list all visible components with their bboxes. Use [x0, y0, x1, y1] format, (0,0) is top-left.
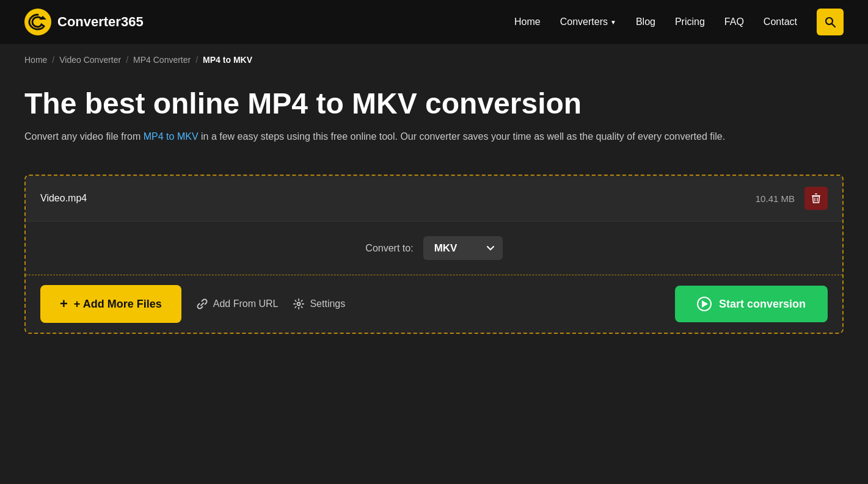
file-name: Video.mp4	[40, 193, 87, 204]
logo[interactable]: Converter365	[24, 9, 144, 35]
converters-dropdown-icon: ▼	[610, 19, 616, 26]
logo-text: Converter365	[57, 14, 144, 30]
gear-icon	[293, 298, 305, 310]
breadcrumb-sep-2: /	[126, 55, 128, 65]
file-info-right: 10.41 MB	[756, 187, 828, 210]
breadcrumb: Home / Video Converter / MP4 Converter /…	[24, 55, 844, 65]
hero-desc-highlight: MP4 to MKV	[144, 131, 199, 142]
settings-label: Settings	[310, 298, 345, 309]
breadcrumb-mp4-converter[interactable]: MP4 Converter	[133, 55, 191, 65]
nav-blog[interactable]: Blog	[636, 16, 655, 27]
file-row: Video.mp4 10.41 MB	[26, 176, 842, 222]
hero-desc-post: in a few easy steps using this free onli…	[199, 131, 726, 142]
add-more-files-button[interactable]: + + Add More Files	[40, 285, 181, 323]
add-files-label: + Add More Files	[74, 298, 162, 311]
breadcrumb-sep-3: /	[195, 55, 198, 65]
convert-format-row: Convert to: MKV MP4 AVI MOV WMV FLV WEBM	[26, 222, 842, 275]
svg-point-8	[297, 303, 301, 306]
convert-to-label: Convert to:	[365, 243, 413, 254]
breadcrumb-home[interactable]: Home	[24, 55, 47, 65]
play-triangle-icon	[702, 300, 708, 308]
start-conversion-button[interactable]: Start conversion	[675, 286, 828, 322]
nav-pricing[interactable]: Pricing	[675, 16, 705, 27]
trash-icon	[811, 193, 822, 204]
play-circle-icon	[697, 297, 712, 311]
nav-home[interactable]: Home	[514, 16, 541, 27]
converter-box: Video.mp4 10.41 MB Convert to: MKV MP4 A…	[24, 175, 844, 334]
header: Converter365 Home Converters ▼ Blog Pric…	[0, 0, 868, 44]
actions-row: + + Add More Files Add From URL Settings	[26, 275, 842, 333]
settings-button[interactable]: Settings	[293, 298, 345, 310]
breadcrumb-sep-1: /	[52, 55, 54, 65]
breadcrumb-video-converter[interactable]: Video Converter	[59, 55, 121, 65]
format-select[interactable]: MKV MP4 AVI MOV WMV FLV WEBM	[423, 236, 503, 260]
link-icon	[196, 298, 208, 310]
file-size: 10.41 MB	[756, 193, 795, 204]
hero-description: Convert any video file from MP4 to MKV i…	[24, 129, 843, 145]
logo-icon	[24, 9, 51, 35]
nav-faq[interactable]: FAQ	[724, 16, 744, 27]
nav-converters[interactable]: Converters ▼	[560, 16, 616, 27]
start-conversion-label: Start conversion	[719, 298, 806, 311]
left-actions: + + Add More Files Add From URL Settings	[40, 285, 345, 323]
nav: Home Converters ▼ Blog Pricing FAQ Conta…	[514, 9, 844, 35]
delete-file-button[interactable]	[804, 187, 828, 210]
hero-section: The best online MP4 to MKV conversion Co…	[0, 76, 868, 162]
search-icon	[824, 16, 836, 28]
search-button[interactable]	[817, 9, 844, 35]
breadcrumb-bar: Home / Video Converter / MP4 Converter /…	[0, 44, 868, 76]
breadcrumb-current: MP4 to MKV	[203, 55, 252, 65]
nav-contact[interactable]: Contact	[764, 16, 797, 27]
add-url-label: Add From URL	[213, 298, 279, 309]
page-title: The best online MP4 to MKV conversion	[24, 88, 844, 120]
hero-desc-pre: Convert any video file from	[24, 131, 144, 142]
add-files-icon: +	[60, 296, 68, 312]
svg-rect-5	[815, 193, 817, 195]
svg-line-3	[832, 24, 836, 27]
add-from-url-button[interactable]: Add From URL	[196, 298, 279, 310]
